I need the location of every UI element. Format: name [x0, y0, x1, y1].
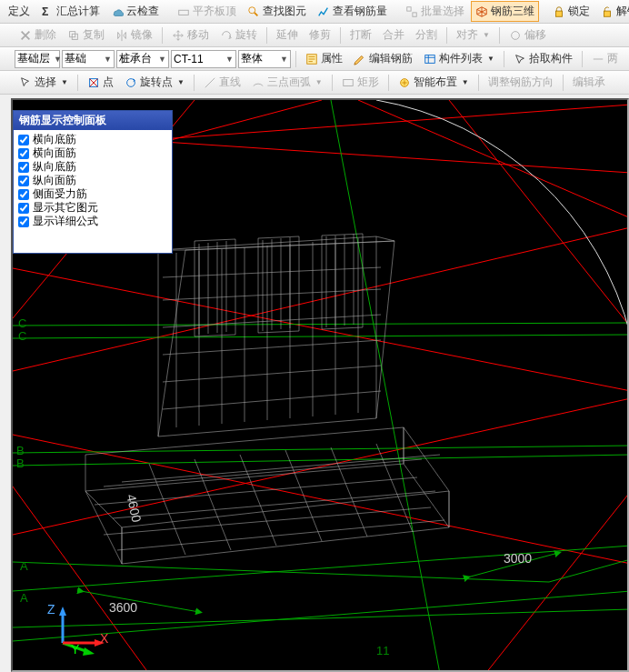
viewrebar-button[interactable]: 查看钢筋量 — [313, 1, 392, 22]
rebar3d-button[interactable]: 钢筋三维 — [471, 1, 539, 22]
checkbox-icon[interactable] — [18, 176, 29, 186]
chk-item-0[interactable]: 横向底筋 — [18, 133, 167, 146]
coord-x-label: X — [100, 631, 108, 646]
checkbox-icon[interactable] — [18, 135, 29, 145]
checkbox-icon[interactable] — [18, 189, 29, 200]
rebar-panel: 钢筋显示控制面板 横向底筋 横向面筋 纵向底筋 纵向面筋 侧面受力筋 显示其它图… — [13, 110, 173, 254]
editcap-button[interactable]: 编辑承 — [568, 72, 610, 93]
select-button[interactable]: 选择▼ — [15, 72, 73, 93]
merge-button[interactable]: 合并 — [378, 25, 409, 45]
move-button[interactable]: 移动 — [167, 25, 214, 45]
lock-button[interactable]: 锁定 — [548, 1, 594, 22]
smart-button[interactable]: 智能布置▼ — [394, 72, 474, 93]
summary-button[interactable]: Σ汇总计算 — [36, 1, 105, 22]
leveltop-button[interactable]: 平齐板顶 — [173, 1, 241, 22]
delete-button[interactable]: 删除 — [15, 25, 61, 45]
panel-title: 钢筋显示控制面板 — [14, 111, 172, 130]
split-button[interactable]: 分割 — [411, 25, 442, 45]
mode-dropdown[interactable]: 整体▼ — [238, 50, 291, 68]
adjdir-button[interactable]: 调整钢筋方向 — [484, 72, 558, 93]
axis-a-label: A — [20, 559, 28, 573]
define-button[interactable]: 定义 — [4, 1, 35, 22]
batch-button[interactable]: 批量选择 — [401, 1, 469, 22]
dim-3000: 3000 — [504, 551, 532, 566]
axis-11-label: 11 — [376, 644, 389, 657]
pickcomp-button[interactable]: 拾取构件 — [509, 48, 577, 69]
coord-z-label: Z — [47, 602, 55, 617]
chk-item-1[interactable]: 横向面筋 — [18, 146, 167, 160]
svg-rect-5 — [556, 11, 563, 16]
axis-b-label-2: B — [16, 456, 25, 470]
trim-button[interactable]: 修剪 — [305, 25, 335, 45]
chk-item-5[interactable]: 显示其它图元 — [18, 201, 167, 215]
svg-rect-1 — [179, 10, 189, 15]
axis-a-label-2: A — [20, 591, 28, 605]
props-button[interactable]: 属性 — [301, 48, 347, 69]
arc3-button[interactable]: 三点画弧▼ — [247, 72, 327, 93]
unlock-button[interactable]: 解锁 — [596, 1, 629, 22]
offset-button[interactable]: 偏移 — [504, 25, 551, 45]
chk-item-2[interactable]: 纵向底筋 — [18, 160, 167, 174]
mirror-button[interactable]: 镜像 — [111, 25, 157, 45]
two-button[interactable]: 两 — [587, 48, 623, 69]
axis-c-label-2: C — [18, 329, 26, 343]
toolbar-draw: 选择▼ 点 旋转点▼ 直线 三点画弧▼ 矩形 智能布置▼ 调整钢筋方向 编辑承 — [0, 71, 629, 95]
find-button[interactable]: 查找图元 — [243, 1, 311, 22]
toolbar-edit: 删除 复制 镜像 移动 旋转 延伸 修剪 打断 合并 分割 对齐▼ 偏移 — [0, 24, 629, 47]
subtype-dropdown[interactable]: 桩承台▼ — [116, 50, 169, 68]
coord-y-label: Y — [71, 642, 79, 657]
category-dropdown[interactable]: 基础▼ — [62, 50, 115, 68]
svg-point-2 — [249, 6, 255, 13]
align-button[interactable]: 对齐▼ — [452, 25, 494, 45]
toolbar-context: 基础层▼ 基础▼ 桩承台▼ CT-11▼ 整体▼ 属性 编辑钢筋 构件列表▼ 拾… — [0, 47, 629, 71]
line-button[interactable]: 直线 — [199, 72, 245, 93]
svg-rect-6 — [604, 11, 611, 16]
axis-b-label: B — [16, 444, 25, 457]
axis-c-label: C — [18, 316, 26, 330]
rect-button[interactable]: 矩形 — [337, 72, 384, 93]
svg-rect-4 — [413, 12, 416, 15]
rotate-button[interactable]: 旋转 — [215, 25, 262, 45]
checkbox-icon[interactable] — [18, 203, 29, 214]
chk-item-6[interactable]: 显示详细公式 — [18, 215, 167, 228]
svg-point-13 — [127, 78, 135, 86]
svg-rect-3 — [407, 6, 411, 10]
panel-body: 横向底筋 横向面筋 纵向底筋 纵向面筋 侧面受力筋 显示其它图元 显示详细公式 — [14, 130, 172, 253]
editrebar-button[interactable]: 编辑钢筋 — [349, 48, 417, 69]
svg-text:Σ: Σ — [42, 5, 48, 18]
chk-item-4[interactable]: 侧面受力筋 — [18, 187, 167, 201]
svg-point-9 — [512, 31, 520, 39]
checkbox-icon[interactable] — [18, 148, 29, 159]
toolbar-main: 定义 Σ汇总计算 云检查 平齐板顶 查找图元 查看钢筋量 批量选择 钢筋三维 锁… — [0, 0, 629, 24]
point-button[interactable]: 点 — [83, 72, 118, 93]
layer-dropdown[interactable]: 基础层▼ — [15, 50, 60, 68]
copy-button[interactable]: 复制 — [63, 25, 109, 45]
chk-item-3[interactable]: 纵向面筋 — [18, 174, 167, 187]
ct-dropdown[interactable]: CT-11▼ — [171, 50, 236, 68]
checkbox-icon[interactable] — [18, 216, 29, 227]
rotpoint-button[interactable]: 旋转点▼ — [120, 72, 189, 93]
svg-rect-11 — [425, 55, 435, 63]
svg-rect-14 — [344, 79, 354, 85]
complist-button[interactable]: 构件列表▼ — [419, 48, 499, 69]
checkbox-icon[interactable] — [18, 162, 29, 173]
extend-button[interactable]: 延伸 — [272, 25, 303, 45]
break-button[interactable]: 打断 — [345, 25, 376, 45]
cloudcheck-button[interactable]: 云检查 — [106, 1, 164, 22]
dim-3600: 3600 — [109, 600, 137, 615]
